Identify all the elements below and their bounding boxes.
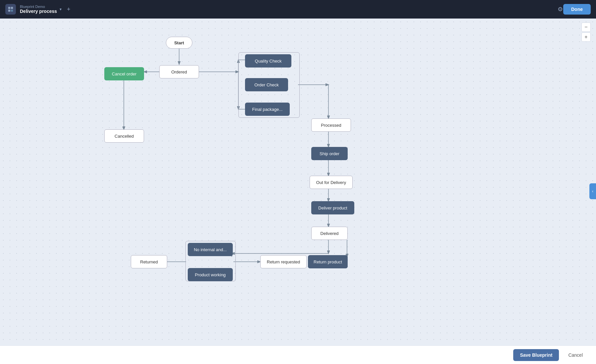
- ordered-node[interactable]: Ordered: [159, 65, 199, 78]
- app-logo: [5, 4, 16, 15]
- ship-order-node[interactable]: Ship order: [311, 147, 348, 160]
- quality-check-node[interactable]: Quality Check: [245, 54, 291, 68]
- svg-rect-2: [8, 10, 10, 12]
- svg-rect-1: [11, 7, 13, 9]
- return-requested-node[interactable]: Return requested: [260, 255, 307, 268]
- product-working-node[interactable]: Product working: [188, 268, 233, 281]
- no-internal-node[interactable]: No internal and...: [188, 243, 233, 256]
- cancel-button[interactable]: Cancel: [563, 349, 588, 361]
- zoom-out-button[interactable]: −: [581, 23, 591, 32]
- svg-rect-3: [11, 10, 13, 12]
- chevron-left-icon: ‹: [592, 189, 593, 194]
- footer: Save Blueprint Cancel: [0, 345, 596, 364]
- processed-node[interactable]: Processed: [311, 118, 351, 132]
- zoom-in-button[interactable]: +: [581, 32, 591, 42]
- delivered-node[interactable]: Delivered: [311, 227, 348, 240]
- cancel-order-node[interactable]: Cancel order: [104, 67, 144, 80]
- order-check-node[interactable]: Order Check: [245, 78, 288, 91]
- page-title: Delivery process: [20, 9, 57, 14]
- cancelled-node[interactable]: Cancelled: [104, 129, 144, 143]
- add-icon[interactable]: +: [67, 6, 71, 13]
- side-panel-toggle[interactable]: ‹: [589, 183, 596, 199]
- save-blueprint-button[interactable]: Save Blueprint: [513, 349, 559, 361]
- done-button[interactable]: Done: [563, 4, 591, 15]
- start-node[interactable]: Start: [166, 37, 192, 49]
- return-product-node[interactable]: Return product: [308, 255, 348, 268]
- app-subtitle: Blueprint Demo: [20, 5, 57, 9]
- out-for-delivery-node[interactable]: Out for Delivery: [310, 176, 353, 189]
- zoom-controls: − +: [581, 23, 591, 42]
- final-package-node[interactable]: Final package...: [245, 103, 290, 116]
- deliver-product-node[interactable]: Deliver product: [311, 201, 354, 214]
- svg-rect-0: [8, 7, 10, 9]
- returned-node[interactable]: Returned: [131, 255, 167, 268]
- chevron-down-icon[interactable]: ▾: [60, 7, 62, 12]
- gear-icon[interactable]: ⚙: [558, 6, 563, 13]
